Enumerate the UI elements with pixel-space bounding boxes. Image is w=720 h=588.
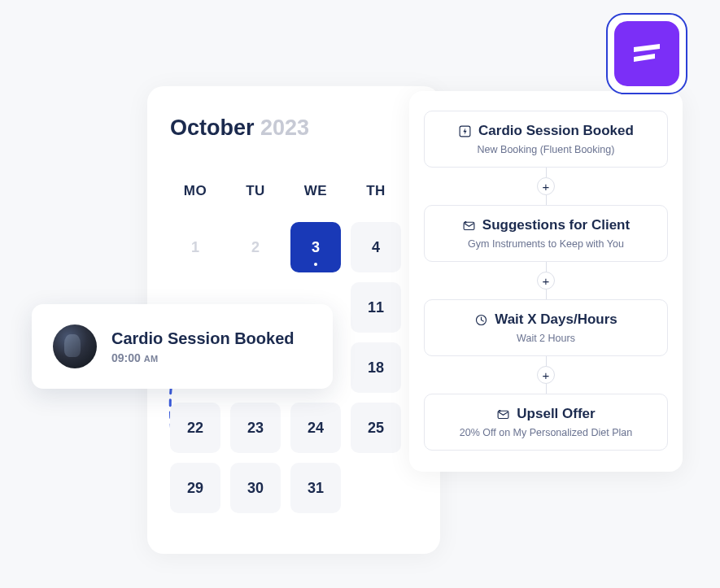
workflow-step[interactable]: Wait X Days/Hours Wait 2 Hours [424, 299, 668, 356]
date-cell[interactable]: 2 [230, 222, 281, 272]
workflow-step-title: Wait X Days/Hours [495, 311, 617, 328]
svg-point-5 [499, 409, 501, 412]
svg-point-2 [465, 220, 467, 223]
date-cell[interactable]: 29 [170, 463, 220, 513]
date-cell[interactable]: 22 [170, 403, 220, 453]
event-indicator-dot [314, 263, 317, 266]
weekday-th: TH [351, 183, 401, 199]
workflow-step-sub: Gym Instruments to Keep with You [434, 238, 657, 250]
date-cell[interactable]: 4 [351, 222, 401, 272]
date-cell[interactable]: 1 [170, 222, 220, 272]
app-badge[interactable] [606, 13, 687, 94]
workflow-step-title: Cardio Session Booked [478, 123, 634, 139]
date-cell[interactable]: 25 [351, 403, 401, 453]
add-step-button[interactable]: + [537, 366, 555, 384]
workflow-card: Cardio Session Booked New Booking (Fluen… [409, 91, 683, 472]
workflow-step[interactable]: Suggestions for Client Gym Instruments t… [424, 205, 668, 262]
app-logo [614, 21, 679, 86]
event-info: Cardio Session Booked 09:00 AM [111, 329, 295, 364]
event-time-value: 09:00 [111, 351, 141, 364]
workflow-step[interactable]: Cardio Session Booked New Booking (Fluen… [424, 111, 668, 168]
brand-logo-icon [627, 34, 666, 73]
weekday-tu: TU [230, 183, 281, 199]
add-step-button[interactable]: + [537, 177, 555, 195]
event-card[interactable]: Cardio Session Booked 09:00 AM [32, 304, 333, 389]
calendar-month: October [170, 115, 255, 140]
calendar-year: 2023 [260, 115, 309, 140]
avatar [53, 324, 97, 368]
weekday-we: WE [290, 183, 341, 199]
date-cell[interactable]: 11 [351, 282, 401, 333]
workflow-step-sub: 20% Off on My Personalized Diet Plan [434, 427, 657, 438]
workflow-connector: + [424, 168, 668, 205]
workflow-step-sub: Wait 2 Hours [434, 333, 657, 344]
clock-icon [474, 313, 488, 327]
workflow-connector: + [424, 356, 668, 394]
add-step-button[interactable]: + [537, 272, 555, 290]
event-time: 09:00 AM [111, 351, 295, 364]
date-cell[interactable]: 30 [230, 463, 281, 513]
bolt-icon [458, 124, 472, 138]
date-cell[interactable]: 23 [230, 403, 281, 453]
workflow-connector: + [424, 262, 668, 299]
date-cell-selected[interactable]: 3 [290, 222, 341, 272]
weekday-mo: MO [170, 183, 220, 199]
date-cell[interactable]: 31 [290, 463, 341, 513]
weekday-row: MO TU WE TH [170, 183, 417, 199]
mail-icon [496, 407, 510, 421]
date-cell[interactable]: 18 [351, 342, 401, 393]
workflow-step-sub: New Booking (Fluent Booking) [434, 144, 657, 155]
date-cell-label: 3 [312, 239, 320, 256]
calendar-header: October 2023 [170, 115, 417, 141]
event-title: Cardio Session Booked [111, 329, 295, 348]
date-cell[interactable]: 24 [290, 403, 341, 453]
event-time-ampm: AM [144, 354, 159, 364]
mail-icon [462, 219, 476, 233]
workflow-step-title: Upsell Offer [517, 406, 595, 422]
workflow-step[interactable]: Upsell Offer 20% Off on My Personalized … [424, 394, 668, 451]
workflow-step-title: Suggestions for Client [482, 217, 630, 233]
